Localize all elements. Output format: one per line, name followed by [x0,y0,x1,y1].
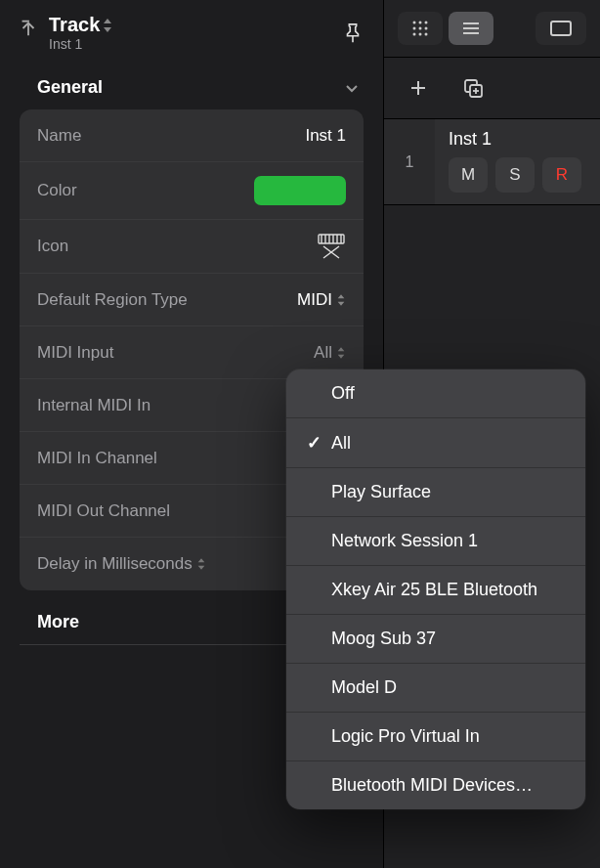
midi-input-popup: Off ✓ All Play Surface Network Session 1… [286,369,585,809]
label-midi-out-ch: MIDI Out Channel [37,501,170,521]
label-delay: Delay in Milliseconds [37,554,206,574]
inspector-header: Track Inst 1 [0,0,383,64]
row-region-type[interactable]: Default Region Type MIDI [20,274,364,326]
track-title: Track [49,14,100,36]
label-region: Default Region Type [37,290,188,310]
duplicate-track-button[interactable] [456,71,490,105]
popup-item-label: Model D [331,677,397,698]
track-row[interactable]: 1 Inst 1 M S R [384,119,600,205]
popup-item-model-d[interactable]: Model D [286,664,585,713]
popup-item-play-surface[interactable]: Play Surface [286,468,585,517]
keyboard-stand-icon [317,234,346,259]
track-button-row: M S R [449,157,586,193]
back-up-icon[interactable] [18,18,39,39]
view-grid-button[interactable] [398,12,443,45]
popup-item-label: All [331,433,351,454]
svg-point-4 [413,27,416,30]
track-labels: Track Inst 1 [49,14,113,52]
tracks-actionbar [384,58,600,119]
section-more-label: More [37,612,79,631]
track-title-row[interactable]: Track [49,14,113,36]
popup-item-label: Logic Pro Virtual In [331,726,480,747]
popup-item-all[interactable]: ✓ All [286,418,585,468]
svg-point-5 [419,27,422,30]
svg-point-8 [419,33,422,36]
popup-item-label: Moog Sub 37 [331,629,436,649]
popup-item-label: Network Session 1 [331,531,478,551]
record-button[interactable]: R [542,157,581,193]
row-icon[interactable]: Icon [20,220,364,274]
label-name: Name [37,126,81,146]
row-name[interactable]: Name Inst 1 [20,109,364,162]
sort-updown-icon [336,346,346,360]
svg-point-6 [425,27,428,30]
checkmark-icon: ✓ [304,432,323,454]
svg-point-9 [425,33,428,36]
track-body: Inst 1 M S R [435,119,600,204]
svg-point-1 [413,22,416,24]
label-midi-input: MIDI Input [37,343,113,363]
popup-item-virtual-in[interactable]: Logic Pro Virtual In [286,713,585,761]
section-general-label: General [37,77,103,98]
view-mode-segment [398,12,493,45]
track-name: Inst 1 [449,129,586,150]
pin-button[interactable] [340,21,365,46]
popup-item-bluetooth-devices[interactable]: Bluetooth MIDI Devices… [286,761,585,809]
label-icon: Icon [37,237,68,256]
label-midi-in-ch: MIDI In Channel [37,449,157,468]
sort-updown-icon [196,557,206,571]
mute-button[interactable]: M [449,157,488,193]
color-swatch[interactable] [254,176,346,205]
popup-item-network-session[interactable]: Network Session 1 [286,517,585,566]
view-list-button[interactable] [449,12,493,45]
svg-point-7 [413,33,416,36]
sort-updown-icon [336,293,346,307]
solo-button[interactable]: S [495,157,535,193]
svg-point-2 [419,22,422,24]
view-single-button[interactable] [536,12,586,45]
section-general[interactable]: General [0,64,383,109]
label-color: Color [37,181,77,200]
track-index: 1 [384,119,435,204]
track-subtitle: Inst 1 [49,36,113,52]
svg-rect-13 [551,22,571,35]
value-icon [317,234,346,259]
chevron-down-icon [344,80,360,96]
popup-item-label: Bluetooth MIDI Devices… [331,775,533,796]
row-color[interactable]: Color [20,162,364,220]
sort-updown-icon [102,18,113,33]
popup-item-xkey[interactable]: Xkey Air 25 BLE Bluetooth [286,566,585,615]
value-region: MIDI [297,290,346,310]
popup-item-label: Off [331,383,355,404]
popup-item-label: Xkey Air 25 BLE Bluetooth [331,580,537,600]
popup-item-moog[interactable]: Moog Sub 37 [286,615,585,664]
value-name: Inst 1 [305,126,346,146]
track-title-block: Track Inst 1 [18,14,113,52]
label-internal: Internal MIDI In [37,396,150,415]
popup-item-label: Play Surface [331,482,431,502]
popup-item-off[interactable]: Off [286,369,585,418]
add-track-button[interactable] [402,71,435,105]
value-midi-input: All [314,343,346,363]
svg-point-3 [425,22,428,24]
tracks-topbar [384,0,600,58]
svg-rect-0 [319,235,344,243]
